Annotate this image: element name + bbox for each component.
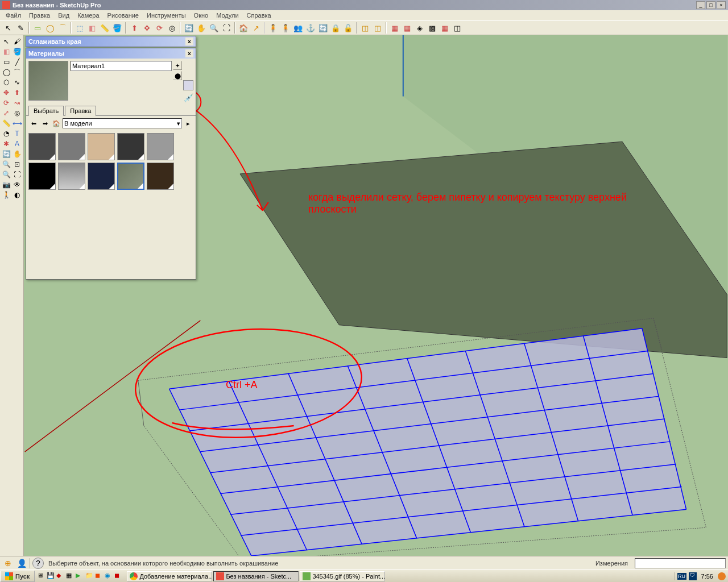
move-tool-icon[interactable]: ✥	[141, 22, 152, 34]
status-credits-icon[interactable]: 👤	[16, 558, 27, 569]
paint-tool-icon[interactable]: 🪣	[111, 22, 123, 34]
panel-materials[interactable]: Материалы × ✦ ⬤ 💉 Выбрать Правка ⬅ ➡ 🏠 В…	[26, 48, 196, 280]
taskbar-item-chrome[interactable]: Добавление материала...	[127, 571, 212, 581]
ql-app5-icon[interactable]: ◼	[95, 572, 104, 581]
ql-app3-icon[interactable]: ▶	[76, 572, 85, 581]
lt-follow-icon[interactable]: ↝	[12, 98, 22, 108]
lt-poly-icon[interactable]: ⬡	[1, 77, 11, 88]
material-swatch[interactable]	[28, 163, 56, 190]
tab-select[interactable]: Выбрать	[28, 106, 64, 116]
lt-ext-icon[interactable]: ⛶	[12, 169, 22, 180]
status-help-icon[interactable]: ?	[32, 558, 44, 569]
offset-tool-icon[interactable]: ◎	[166, 22, 177, 34]
tray-shield-icon[interactable]: 🛡	[689, 572, 697, 580]
taskbar-item-sketchup[interactable]: Без названия - Sketc...	[213, 571, 299, 581]
menu-file[interactable]: Файл	[2, 11, 24, 20]
lt-brush-icon[interactable]: 🖌	[12, 36, 22, 47]
share-icon[interactable]: ↗	[250, 22, 262, 34]
eraser-tool-icon[interactable]: ◧	[86, 22, 98, 34]
lt-walk-icon[interactable]: 👁	[12, 180, 22, 190]
ql-save-icon[interactable]: 💾	[47, 572, 56, 581]
maximize-button[interactable]: □	[706, 1, 715, 9]
panel-smooth-close-icon[interactable]: ×	[185, 38, 193, 45]
lt-rect-icon[interactable]: ▭	[1, 57, 11, 67]
status-geo-icon[interactable]: ⊕	[2, 558, 14, 569]
ext1-icon[interactable]: ▦	[389, 22, 400, 34]
lt-cam-icon[interactable]: 📷	[1, 180, 11, 190]
lt-rot-icon[interactable]: ⟳	[1, 98, 11, 108]
lt-tape-icon[interactable]: 📏	[1, 118, 11, 128]
lt-orbit-icon[interactable]: 🔄	[1, 149, 11, 159]
lt-paint-icon[interactable]: 🪣	[12, 47, 22, 57]
panel-materials-close-icon[interactable]: ×	[185, 49, 193, 57]
language-indicator[interactable]: RU	[677, 573, 686, 580]
ql-desktop-icon[interactable]: 🖥	[37, 572, 46, 581]
menu-camera[interactable]: Камера	[74, 11, 102, 20]
refresh-icon[interactable]: 🔄	[317, 22, 329, 34]
lt-3dtext-icon[interactable]: A	[12, 139, 22, 149]
start-button[interactable]: Пуск	[0, 571, 35, 582]
lock-icon[interactable]: 🔒	[330, 22, 341, 34]
taskbar-clock[interactable]: 7:56	[699, 573, 715, 580]
tape-tool-icon[interactable]: 📏	[99, 22, 110, 34]
material-swatch[interactable]	[58, 163, 85, 190]
menu-plugins[interactable]: Модули	[213, 11, 242, 20]
ql-app2-icon[interactable]: ▦	[66, 572, 75, 581]
nav-forward-icon[interactable]: ➡	[40, 118, 50, 128]
material-swatch[interactable]	[147, 133, 174, 160]
circle-tool-icon[interactable]: ◯	[44, 22, 56, 34]
nav-home-icon[interactable]: 🏠	[51, 118, 61, 128]
layer2-icon[interactable]: ◫	[372, 22, 383, 34]
anchor-icon[interactable]: ⚓	[305, 22, 316, 34]
eyedropper-tool-icon[interactable]: 💉	[183, 93, 193, 103]
menu-view[interactable]: Вид	[55, 11, 73, 20]
rotate-tool-icon[interactable]: ⟳	[154, 22, 165, 34]
ql-app6-icon[interactable]: ◉	[105, 572, 114, 581]
lt-sect-icon[interactable]: ◐	[12, 190, 22, 200]
nav-details-icon[interactable]: ▸	[183, 118, 193, 128]
panel-smooth-edges[interactable]: Сглаживать края ×	[26, 36, 196, 47]
material-fullscreen-icon[interactable]: ✦	[173, 61, 182, 70]
zoom-tool-icon[interactable]: 🔍	[208, 22, 220, 34]
material-swatch[interactable]	[88, 133, 115, 160]
ext6-icon[interactable]: ◫	[452, 22, 463, 34]
material-swatch[interactable]	[147, 163, 174, 190]
material-create-icon[interactable]: ⬤	[173, 71, 182, 80]
lt-arc-icon[interactable]: ⌒	[12, 67, 22, 77]
menu-window[interactable]: Окно	[191, 11, 212, 20]
lt-axes-icon[interactable]: ✱	[1, 139, 11, 149]
lt-look-icon[interactable]: 🚶	[1, 190, 11, 200]
menu-draw[interactable]: Рисование	[104, 11, 142, 20]
lt-zoomw-icon[interactable]: ⊡	[12, 159, 22, 169]
ext4-icon[interactable]: ▩	[427, 22, 438, 34]
person3-icon[interactable]: 👥	[292, 22, 304, 34]
pushpull-tool-icon[interactable]: ⬆	[129, 22, 140, 34]
menu-edit[interactable]: Правка	[26, 11, 53, 20]
material-name-input[interactable]	[71, 61, 172, 71]
taskbar-item-paint[interactable]: 345345.gif (85%) - Paint...	[300, 571, 385, 581]
ext3-icon[interactable]: ◈	[414, 22, 425, 34]
orbit-tool-icon[interactable]: 🔄	[183, 22, 195, 34]
tab-edit[interactable]: Правка	[65, 106, 96, 116]
unlock-icon[interactable]: 🔓	[342, 22, 354, 34]
warehouse-icon[interactable]: 🏠	[238, 22, 249, 34]
arc-tool-icon[interactable]: ⌒	[57, 22, 68, 34]
material-swatch[interactable]	[28, 133, 56, 160]
material-swatch-selected[interactable]	[117, 163, 144, 190]
lt-free-icon[interactable]: ∿	[12, 77, 22, 88]
nav-back-icon[interactable]: ⬅	[28, 118, 39, 128]
lt-move-icon[interactable]: ✥	[1, 88, 11, 98]
lt-circle-icon[interactable]: ◯	[1, 67, 11, 77]
material-swatch[interactable]	[117, 133, 144, 160]
zoom-extents-icon[interactable]: ⛶	[221, 22, 232, 34]
material-location-select[interactable]: В модели▾	[63, 118, 182, 128]
lt-line-icon[interactable]: ╱	[12, 57, 22, 67]
lt-zoom-icon[interactable]: 🔍	[1, 159, 11, 169]
minimize-button[interactable]: _	[696, 1, 705, 9]
component-tool-icon[interactable]: ⬚	[74, 22, 85, 34]
lt-text-icon[interactable]: T	[12, 128, 22, 139]
person2-icon[interactable]: 🧍	[280, 22, 291, 34]
layer1-icon[interactable]: ◫	[359, 22, 371, 34]
person-icon[interactable]: 🧍	[267, 22, 279, 34]
ext5-icon[interactable]: ▦	[439, 22, 450, 34]
